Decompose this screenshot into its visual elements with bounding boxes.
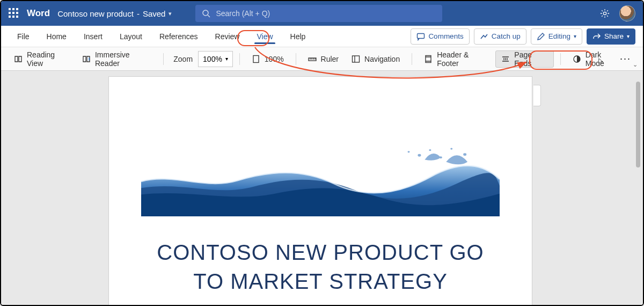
document-status: Saved — [143, 9, 166, 18]
immersive-reader-label: Immersive Reader — [95, 50, 151, 68]
svg-point-0 — [203, 10, 208, 16]
page-ends-button[interactable]: Page Ends — [495, 50, 553, 68]
svg-point-19 — [429, 149, 431, 151]
cursor-icon — [598, 57, 605, 65]
menu-layout[interactable]: Layout — [111, 28, 151, 45]
menu-review[interactable]: Review — [207, 28, 248, 45]
document-name: Contoso new product — [57, 9, 134, 18]
svg-point-21 — [450, 148, 452, 149]
zoom-100-button[interactable]: 100% — [246, 50, 289, 68]
share-button[interactable]: Share ▾ — [587, 28, 635, 45]
document-heading-line2: TO MARKET STRATEGY — [141, 267, 500, 296]
ribbon-separator — [239, 53, 240, 65]
dark-mode-icon — [573, 55, 581, 63]
navigation-label: Navigation — [364, 55, 400, 63]
menu-references[interactable]: References — [151, 28, 207, 45]
menu-home[interactable]: Home — [38, 28, 75, 45]
svg-rect-4 — [253, 55, 259, 62]
chevron-down-icon: ▾ — [627, 33, 630, 39]
ribbon-separator — [560, 53, 561, 65]
share-label: Share — [604, 32, 624, 40]
chevron-down-icon: ▾ — [225, 56, 228, 62]
svg-point-18 — [418, 154, 421, 157]
settings-gear-icon[interactable] — [600, 9, 610, 18]
book-icon — [14, 55, 23, 63]
comment-icon — [416, 32, 425, 41]
svg-rect-3 — [418, 33, 425, 38]
svg-line-1 — [208, 15, 210, 17]
menu-file[interactable]: File — [9, 28, 38, 45]
search-input[interactable] — [216, 9, 436, 18]
scrollbar-thumb[interactable] — [636, 82, 640, 167]
svg-point-17 — [408, 151, 410, 152]
comments-label: Comments — [428, 32, 463, 40]
menu-actions: Comments Catch up Editing ▾ Share ▾ — [411, 28, 635, 45]
navigation-pane-icon — [352, 55, 360, 63]
svg-point-22 — [463, 153, 466, 156]
menu-view[interactable]: View — [248, 28, 281, 45]
ribbon-view: Reading View Immersive Reader Zoom 100% … — [1, 47, 643, 71]
document-heading: CONTOSO NEW PRODUCT GO TO MARKET STRATEG… — [141, 238, 500, 296]
catchup-button[interactable]: Catch up — [474, 28, 526, 45]
document-title[interactable]: Contoso new product - Saved ▾ — [57, 9, 172, 18]
header-footer-icon — [424, 55, 433, 63]
immersive-reader-icon — [82, 55, 91, 63]
menu-insert[interactable]: Insert — [75, 28, 111, 45]
share-icon — [592, 32, 601, 41]
reading-view-label: Reading View — [27, 50, 69, 68]
header-footer-label: Header & Footer — [437, 50, 488, 68]
svg-point-2 — [603, 12, 606, 14]
app-launcher-icon[interactable] — [9, 8, 19, 19]
menu-bar: File Home Insert Layout References Revie… — [1, 26, 643, 47]
svg-rect-6 — [353, 56, 360, 62]
ruler-label: Ruler — [321, 55, 339, 63]
comments-button[interactable]: Comments — [411, 28, 469, 45]
chevron-down-icon: ▾ — [574, 33, 576, 39]
editing-label: Editing — [548, 32, 570, 40]
user-avatar[interactable] — [619, 5, 635, 21]
ruler-button[interactable]: Ruler — [303, 50, 344, 68]
search-box[interactable] — [195, 5, 442, 22]
document-canvas[interactable]: CONTOSO NEW PRODUCT GO TO MARKET STRATEG… — [1, 72, 643, 305]
page-ends-icon — [501, 55, 510, 63]
ribbon-separator — [296, 53, 296, 65]
zoom-label: Zoom — [170, 55, 196, 63]
search-icon — [202, 9, 210, 18]
page-tab-handle[interactable] — [533, 85, 541, 106]
ribbon-separator — [163, 53, 164, 65]
editing-button[interactable]: Editing ▾ — [531, 28, 582, 45]
vertical-scrollbar[interactable] — [635, 82, 641, 221]
document-heading-line1: CONTOSO NEW PRODUCT GO — [141, 238, 500, 267]
document-hero-image — [141, 147, 500, 216]
page-icon — [252, 55, 260, 63]
ribbon-separator — [412, 53, 412, 65]
chevron-down-icon[interactable]: ▾ — [169, 10, 172, 17]
header-footer-button[interactable]: Header & Footer — [419, 50, 493, 68]
document-status-separator: - — [137, 9, 140, 18]
titlebar-right — [600, 5, 635, 21]
titlebar: Word Contoso new product - Saved ▾ — [1, 1, 643, 26]
ruler-icon — [308, 55, 317, 63]
app-name: Word — [27, 8, 50, 19]
pencil-icon — [537, 32, 545, 41]
reading-view-button[interactable]: Reading View — [9, 50, 75, 68]
zoom-dropdown[interactable]: 100% ▾ — [198, 51, 233, 67]
zoom-value: 100% — [203, 55, 222, 63]
collapse-ribbon-icon[interactable]: ⌄ — [633, 61, 638, 68]
page-ends-label: Page Ends — [514, 50, 547, 68]
document-page[interactable]: CONTOSO NEW PRODUCT GO TO MARKET STRATEG… — [108, 76, 532, 305]
catchup-label: Catch up — [492, 32, 521, 40]
catchup-icon — [480, 32, 488, 41]
immersive-reader-button[interactable]: Immersive Reader — [77, 50, 157, 68]
navigation-button[interactable]: Navigation — [346, 50, 405, 68]
zoom-100-label: 100% — [265, 55, 284, 63]
menu-help[interactable]: Help — [282, 28, 314, 45]
dark-mode-button[interactable]: Dark Mode — [567, 50, 610, 68]
